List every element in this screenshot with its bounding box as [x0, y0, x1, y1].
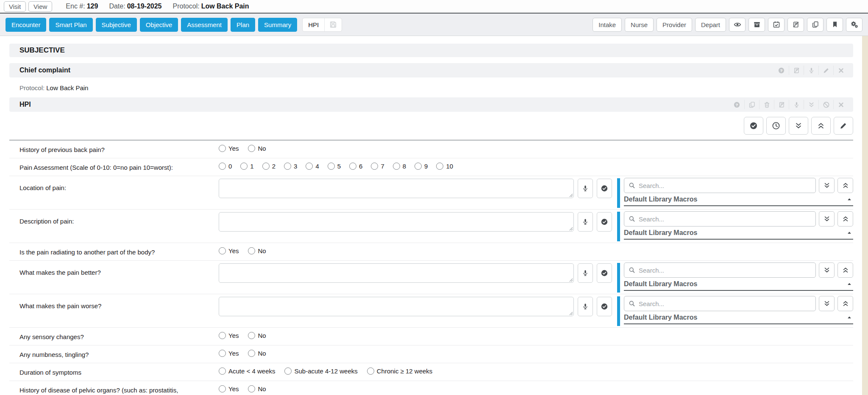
- nav-subjective-button[interactable]: Subjective: [96, 18, 137, 32]
- chevron-double-up-button[interactable]: [811, 117, 831, 135]
- option-6-radio[interactable]: [349, 163, 356, 170]
- macro-group-header[interactable]: Default Library Macros: [624, 279, 853, 291]
- option-no-radio[interactable]: [248, 350, 255, 357]
- collapse-all-button[interactable]: [837, 178, 853, 193]
- bookmark-button[interactable]: [826, 18, 843, 32]
- option-no[interactable]: No: [248, 247, 266, 254]
- option-no[interactable]: No: [248, 350, 266, 357]
- option-1[interactable]: 1: [240, 163, 253, 170]
- option-yes-radio[interactable]: [219, 350, 226, 357]
- visit-button[interactable]: Visit: [4, 1, 26, 12]
- microphone-button[interactable]: [804, 66, 818, 75]
- option-no-radio[interactable]: [248, 385, 255, 392]
- save-button[interactable]: [325, 21, 342, 28]
- library-button[interactable]: [787, 18, 804, 32]
- collapse-all-button[interactable]: [837, 296, 853, 311]
- chevron-double-down-button[interactable]: [789, 117, 808, 135]
- option-no-radio[interactable]: [248, 247, 255, 254]
- active-section-tab[interactable]: HPI: [302, 18, 342, 32]
- help-button[interactable]: [774, 66, 789, 75]
- eye-button[interactable]: [729, 18, 746, 32]
- chevron-double-down-button[interactable]: [804, 100, 818, 109]
- option-6[interactable]: 6: [349, 163, 362, 170]
- microphone-button[interactable]: [578, 179, 593, 198]
- nav-smart-plan-button[interactable]: Smart Plan: [49, 18, 92, 32]
- answer-textarea[interactable]: [219, 212, 574, 232]
- option-8[interactable]: 8: [393, 163, 406, 170]
- option-9-radio[interactable]: [415, 163, 422, 170]
- microphone-button[interactable]: [789, 100, 804, 109]
- option-1-radio[interactable]: [240, 163, 248, 170]
- option-2[interactable]: 2: [262, 163, 275, 170]
- option-no[interactable]: No: [248, 385, 266, 392]
- microphone-button[interactable]: [578, 212, 593, 232]
- option-yes[interactable]: Yes: [219, 145, 239, 152]
- microphone-button[interactable]: [578, 263, 593, 283]
- confirm-button[interactable]: [597, 212, 612, 232]
- option-no[interactable]: No: [248, 332, 266, 339]
- copy-button[interactable]: [744, 100, 759, 109]
- edit-button[interactable]: [834, 117, 853, 135]
- confirm-button[interactable]: [597, 263, 612, 283]
- answer-textarea[interactable]: [219, 297, 574, 316]
- macro-group-header[interactable]: Default Library Macros: [624, 312, 853, 324]
- option-8-radio[interactable]: [393, 163, 400, 170]
- option-4[interactable]: 4: [306, 163, 319, 170]
- confirm-button[interactable]: [597, 297, 612, 316]
- option-2-radio[interactable]: [262, 163, 270, 170]
- option-chronic-12-weeks-radio[interactable]: [367, 367, 374, 375]
- option-0[interactable]: 0: [219, 163, 232, 170]
- macro-search-input[interactable]: [639, 267, 811, 274]
- option-no-radio[interactable]: [248, 145, 255, 152]
- nav-summary-button[interactable]: Summary: [258, 18, 297, 32]
- option-5-radio[interactable]: [328, 163, 335, 170]
- ban-button[interactable]: [818, 100, 833, 109]
- option-4-radio[interactable]: [306, 163, 313, 170]
- option-acute-4-weeks[interactable]: Acute < 4 weeks: [219, 367, 275, 375]
- answer-textarea[interactable]: [219, 179, 574, 198]
- option-0-radio[interactable]: [219, 163, 226, 170]
- option-9[interactable]: 9: [415, 163, 428, 170]
- option-sub-acute-4-12-weeks[interactable]: Sub-acute 4-12 weeks: [284, 367, 357, 375]
- expand-all-button[interactable]: [819, 296, 835, 311]
- edit-button[interactable]: [818, 66, 833, 75]
- nav-assessment-button[interactable]: Assessment: [181, 18, 228, 32]
- macro-search-input[interactable]: [639, 300, 811, 307]
- option-no[interactable]: No: [248, 145, 266, 152]
- clock-button[interactable]: [766, 117, 786, 135]
- option-no-radio[interactable]: [248, 332, 255, 339]
- nav-objective-button[interactable]: Objective: [140, 18, 178, 32]
- nurse-button[interactable]: Nurse: [625, 18, 654, 32]
- trash-button[interactable]: [759, 100, 774, 109]
- confirm-button[interactable]: [597, 179, 612, 198]
- macro-search-input[interactable]: [639, 215, 811, 223]
- archive-button[interactable]: [748, 18, 765, 32]
- macro-group-header[interactable]: Default Library Macros: [624, 194, 853, 206]
- option-3-radio[interactable]: [284, 163, 291, 170]
- macro-search-input[interactable]: [639, 182, 811, 189]
- option-yes[interactable]: Yes: [219, 385, 239, 392]
- option-yes-radio[interactable]: [219, 332, 226, 339]
- option-yes[interactable]: Yes: [219, 350, 239, 357]
- expand-all-button[interactable]: [819, 178, 835, 193]
- option-3[interactable]: 3: [284, 163, 297, 170]
- option-yes[interactable]: Yes: [219, 247, 239, 254]
- library-button[interactable]: [774, 100, 789, 109]
- answer-textarea[interactable]: [219, 263, 574, 283]
- option-acute-4-weeks-radio[interactable]: [219, 367, 226, 375]
- option-10[interactable]: 10: [436, 163, 453, 170]
- macro-group-header[interactable]: Default Library Macros: [624, 228, 853, 240]
- close-button[interactable]: [833, 66, 848, 75]
- option-5[interactable]: 5: [328, 163, 341, 170]
- help-button[interactable]: [729, 100, 744, 109]
- collapse-all-button[interactable]: [837, 262, 853, 278]
- collapse-all-button[interactable]: [837, 211, 853, 227]
- option-yes[interactable]: Yes: [219, 332, 239, 339]
- copy-button[interactable]: [807, 18, 823, 32]
- intake-button[interactable]: Intake: [593, 18, 622, 32]
- library-button[interactable]: [789, 66, 804, 75]
- depart-button[interactable]: Depart: [695, 18, 726, 32]
- option-sub-acute-4-12-weeks-radio[interactable]: [284, 367, 292, 375]
- nav-plan-button[interactable]: Plan: [231, 18, 255, 32]
- nav-encounter-button[interactable]: Encounter: [6, 18, 46, 32]
